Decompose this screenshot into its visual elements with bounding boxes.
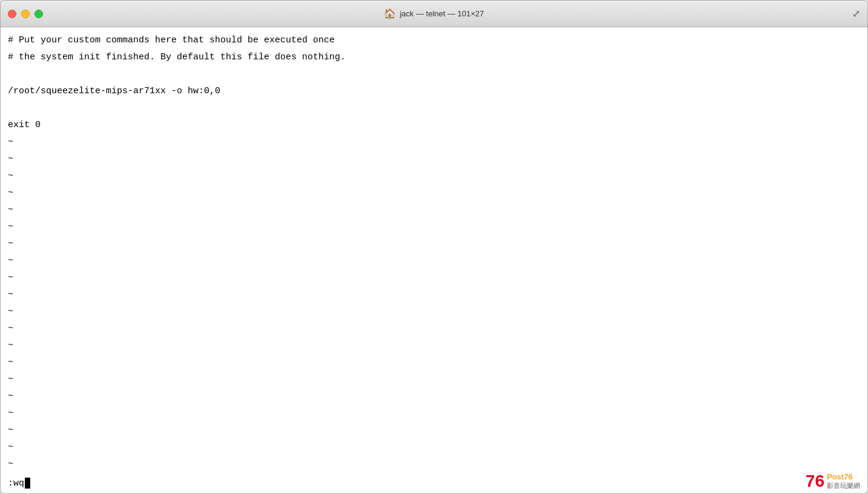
terminal-line: ~ [8,185,860,202]
watermark-post: Post76 [827,472,860,482]
terminal-line: ~ [8,320,860,337]
terminal-line: ~ [8,151,860,168]
terminal-line: # the system init finished. By default t… [8,49,860,66]
terminal-line: ~ [8,456,860,473]
titlebar: 🏠 jack — telnet — 101×27 ⤢ [1,1,867,27]
home-icon: 🏠 [384,8,396,19]
terminal-line [8,100,860,117]
terminal-line: ~ [8,269,860,286]
terminal-line: ~ [8,439,860,456]
window-title: jack — telnet — 101×27 [399,9,484,18]
terminal-line: ~ [8,337,860,354]
terminal-line: ~ [8,235,860,252]
watermark-subtitle: 影音玩樂網 [827,482,860,490]
cursor [25,478,30,489]
close-button[interactable] [8,10,16,18]
terminal-line: /root/squeezelite-mips-ar71xx -o hw:0,0 [8,83,860,100]
terminal-line: ~ [8,286,860,303]
terminal-line: ~ [8,405,860,422]
traffic-lights [8,10,43,18]
watermark: 76 Post76 影音玩樂網 [806,472,860,490]
terminal-line: ~ [8,252,860,269]
terminal-content: # Put your custom commands here that sho… [8,32,860,473]
terminal-line: ~ [8,219,860,235]
terminal-line: ~ [8,422,860,439]
terminal-line: ~ [8,202,860,219]
expand-button[interactable]: ⤢ [852,8,860,20]
terminal-line: ~ [8,168,860,185]
terminal-line: ~ [8,388,860,405]
terminal-line: ~ [8,134,860,151]
terminal-body[interactable]: # Put your custom commands here that sho… [1,27,867,493]
watermark-number: 76 [806,473,824,490]
terminal-window: 🏠 jack — telnet — 101×27 ⤢ # Put your cu… [0,0,868,494]
watermark-text: Post76 影音玩樂網 [827,472,860,490]
terminal-line: ~ [8,371,860,388]
terminal-line: ~ [8,303,860,320]
titlebar-text: 🏠 jack — telnet — 101×27 [384,8,484,19]
minimize-button[interactable] [21,10,30,18]
status-bar: :wq [8,478,30,489]
terminal-line: # Put your custom commands here that sho… [8,32,860,49]
terminal-line [8,66,860,83]
status-text: :wq [8,478,24,489]
maximize-button[interactable] [35,10,43,18]
terminal-line: exit 0 [8,117,860,134]
terminal-line: ~ [8,354,860,371]
